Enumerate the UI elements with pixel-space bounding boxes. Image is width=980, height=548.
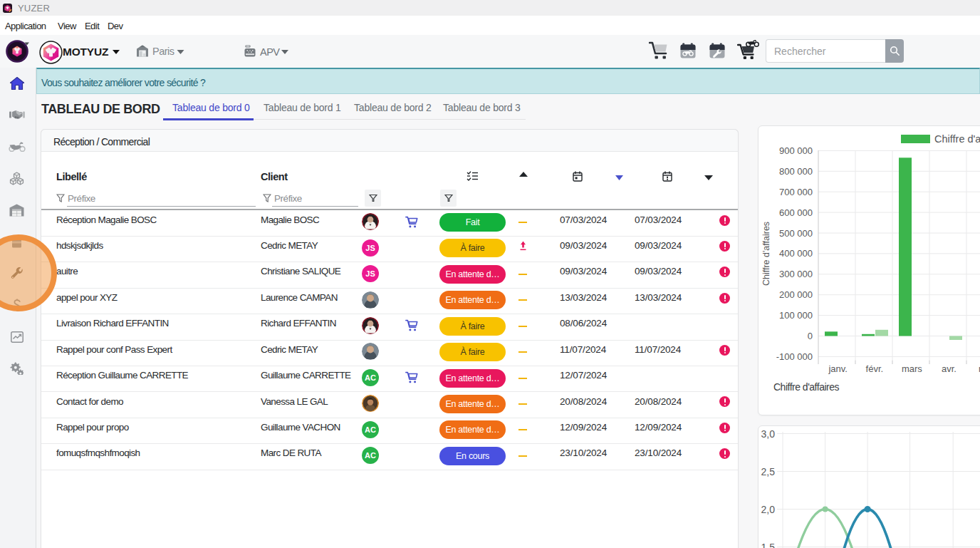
svg-text:Chiffre d'affaires: Chiffre d'affaires bbox=[773, 381, 839, 393]
svg-text:Chiffre d'affaires: Chiffre d'affaires bbox=[761, 222, 771, 286]
svg-text:100 000: 100 000 bbox=[779, 310, 813, 321]
svg-text:300 000: 300 000 bbox=[779, 269, 813, 279]
svg-text:-100 000: -100 000 bbox=[776, 351, 813, 362]
svg-text:avr.: avr. bbox=[942, 363, 956, 374]
svg-text:800 000: 800 000 bbox=[779, 166, 813, 177]
svg-text:900 000: 900 000 bbox=[779, 145, 813, 156]
svg-text:mars: mars bbox=[902, 363, 922, 374]
svg-text:600 000: 600 000 bbox=[779, 207, 813, 218]
svg-text:500 000: 500 000 bbox=[779, 228, 813, 239]
svg-text:0: 0 bbox=[808, 331, 813, 341]
svg-text:Chiffre d'affaires: Chiffre d'affaires bbox=[934, 133, 980, 145]
svg-text:janv.: janv. bbox=[828, 363, 848, 374]
svg-text:200 000: 200 000 bbox=[779, 289, 813, 300]
svg-text:700 000: 700 000 bbox=[779, 187, 813, 197]
svg-text:2,5: 2,5 bbox=[761, 466, 776, 477]
svg-text:2,0: 2,0 bbox=[761, 504, 776, 515]
svg-text:févr.: févr. bbox=[866, 363, 884, 374]
svg-text:3,0: 3,0 bbox=[761, 428, 776, 440]
svg-text:1,5: 1,5 bbox=[761, 542, 776, 548]
svg-text:400 000: 400 000 bbox=[779, 248, 813, 259]
